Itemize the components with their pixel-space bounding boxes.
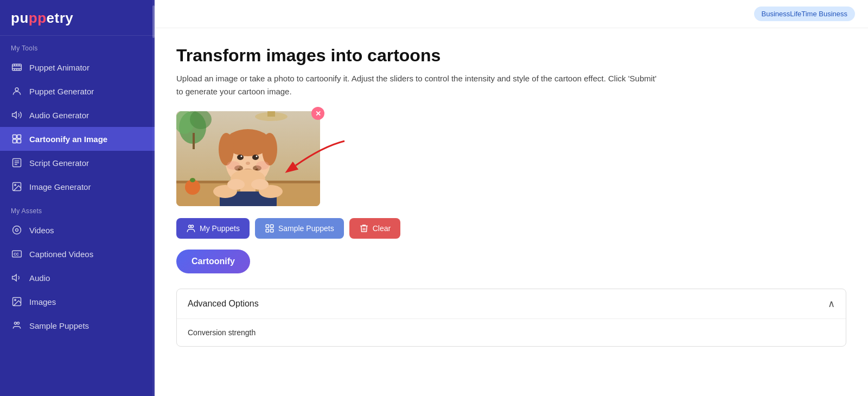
app-logo[interactable]: puppetry xyxy=(11,10,144,27)
svg-point-46 xyxy=(252,155,259,160)
film-icon xyxy=(11,61,23,73)
video-icon xyxy=(11,224,23,236)
svg-rect-11 xyxy=(13,135,17,139)
sidebar-item-captioned-videos[interactable]: CC Captioned Videos xyxy=(0,242,155,266)
svg-marker-25 xyxy=(12,274,17,281)
close-image-button[interactable]: ✕ xyxy=(311,107,324,120)
svg-point-45 xyxy=(237,155,244,160)
account-badge[interactable]: BusinessLifeTime Business xyxy=(754,7,855,21)
svg-rect-68 xyxy=(270,229,273,232)
my-puppets-icon xyxy=(186,223,196,233)
svg-rect-12 xyxy=(17,135,21,139)
clear-icon xyxy=(359,223,369,233)
sidebar-item-label-image-generator: Image Generator xyxy=(29,182,91,191)
svg-rect-14 xyxy=(17,139,21,143)
svg-point-20 xyxy=(15,184,16,186)
clear-label: Clear xyxy=(373,224,391,233)
top-bar: BusinessLifeTime Business xyxy=(155,0,868,28)
person-icon xyxy=(11,85,23,97)
sidebar: puppetry My Tools Puppet Animator Puppet… xyxy=(0,0,155,396)
advanced-options-label: Advanced Options xyxy=(188,299,259,309)
image-preview xyxy=(176,111,320,206)
my-tools-section-label: My Tools xyxy=(0,36,155,55)
sample-puppets-label: Sample Puppets xyxy=(278,224,334,233)
svg-rect-65 xyxy=(266,225,269,227)
puppets-icon xyxy=(11,320,23,331)
sidebar-item-label-script-generator: Script Generator xyxy=(29,158,89,168)
svg-point-60 xyxy=(227,179,245,190)
script-icon xyxy=(11,157,23,169)
image-preview-container: ✕ xyxy=(176,111,320,206)
page-description: Upload an image or take a photo to carto… xyxy=(176,72,665,98)
svg-point-47 xyxy=(241,156,242,157)
svg-point-48 xyxy=(256,156,258,157)
svg-text:CC: CC xyxy=(14,252,19,256)
sample-puppets-icon xyxy=(265,223,275,233)
sidebar-item-label-audio: Audio xyxy=(29,273,50,283)
svg-point-54 xyxy=(256,161,269,170)
my-assets-section-label: My Assets xyxy=(0,199,155,218)
sidebar-item-audio-generator[interactable]: Audio Generator xyxy=(0,103,155,127)
logo-area: puppetry xyxy=(0,0,155,36)
my-puppets-button[interactable]: My Puppets xyxy=(176,218,250,239)
cartoonify-button[interactable]: Cartoonify xyxy=(176,250,250,273)
svg-point-21 xyxy=(13,226,21,234)
svg-rect-36 xyxy=(267,111,275,117)
svg-point-61 xyxy=(251,179,269,190)
svg-rect-13 xyxy=(13,139,17,143)
sidebar-item-label-puppet-generator: Puppet Generator xyxy=(29,87,94,96)
sidebar-item-sample-puppets[interactable]: Sample Puppets xyxy=(0,314,155,337)
sidebar-item-label-sample-puppets: Sample Puppets xyxy=(29,321,89,330)
svg-rect-67 xyxy=(266,229,269,232)
svg-point-27 xyxy=(15,299,16,301)
audio2-icon xyxy=(11,272,23,284)
audio-icon xyxy=(11,109,23,121)
my-puppets-label: My Puppets xyxy=(200,224,240,233)
action-buttons: My Puppets Sample Puppets Clear xyxy=(176,218,846,239)
sidebar-item-label-images: Images xyxy=(29,297,56,306)
svg-marker-10 xyxy=(12,112,17,118)
chevron-up-icon: ∧ xyxy=(828,298,835,310)
sidebar-item-label-videos: Videos xyxy=(29,226,54,235)
page-title: Transform images into cartoons xyxy=(176,46,846,66)
svg-rect-66 xyxy=(270,225,273,227)
main-content: BusinessLifeTime Business Transform imag… xyxy=(155,0,868,396)
sidebar-item-image-generator[interactable]: Image Generator xyxy=(0,175,155,199)
advanced-options-body: Conversion strength xyxy=(177,318,846,346)
cc-icon: CC xyxy=(11,248,23,260)
sidebar-item-images[interactable]: Images xyxy=(0,290,155,314)
sidebar-item-videos[interactable]: Videos xyxy=(0,218,155,242)
content-area: Transform images into cartoons Upload an… xyxy=(155,28,868,373)
svg-rect-34 xyxy=(193,133,195,149)
image-gen-icon xyxy=(11,181,23,193)
svg-point-53 xyxy=(227,161,240,170)
sidebar-item-puppet-animator[interactable]: Puppet Animator xyxy=(0,55,155,79)
svg-point-40 xyxy=(190,178,195,182)
sidebar-item-audio[interactable]: Audio xyxy=(0,266,155,290)
svg-point-43 xyxy=(219,133,234,165)
cartoonify-icon xyxy=(11,133,23,145)
preview-image-svg xyxy=(176,111,320,206)
sidebar-item-label-puppet-animator: Puppet Animator xyxy=(29,63,90,72)
sidebar-item-script-generator[interactable]: Script Generator xyxy=(0,151,155,175)
conversion-strength-label: Conversion strength xyxy=(188,328,256,337)
advanced-options-panel: Advanced Options ∧ Conversion strength xyxy=(176,289,846,347)
images-icon xyxy=(11,296,23,308)
svg-point-22 xyxy=(16,229,18,232)
advanced-options-header[interactable]: Advanced Options ∧ xyxy=(177,289,846,318)
sample-puppets-button[interactable]: Sample Puppets xyxy=(255,218,344,239)
sidebar-item-puppet-generator[interactable]: Puppet Generator xyxy=(0,79,155,103)
svg-point-29 xyxy=(17,322,19,324)
svg-point-9 xyxy=(15,88,18,91)
sidebar-item-cartoonify[interactable]: Cartoonify an Image xyxy=(0,127,155,151)
svg-point-49 xyxy=(246,162,250,165)
svg-point-44 xyxy=(262,133,277,165)
sidebar-item-label-cartoonify: Cartoonify an Image xyxy=(29,135,107,144)
sidebar-item-label-audio-generator: Audio Generator xyxy=(29,111,89,120)
svg-point-28 xyxy=(14,322,16,324)
clear-button[interactable]: Clear xyxy=(349,218,400,239)
sidebar-item-label-captioned-videos: Captioned Videos xyxy=(29,250,93,259)
svg-point-64 xyxy=(191,225,194,228)
